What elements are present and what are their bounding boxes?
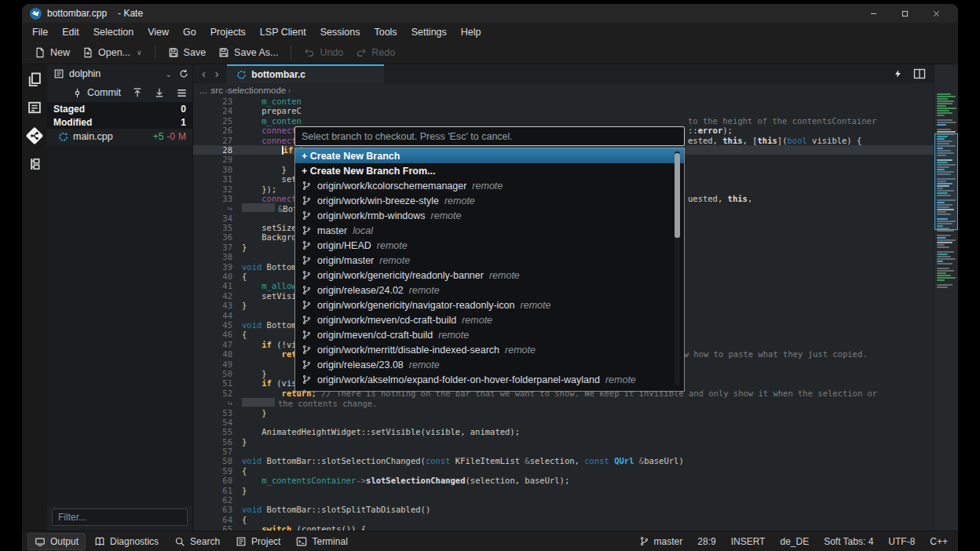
line-number[interactable]: 36 <box>193 232 242 242</box>
line-number[interactable]: 25 <box>193 116 242 126</box>
modified-row[interactable]: Modified 1 <box>47 115 192 129</box>
branch-item[interactable] <box>295 387 684 392</box>
branch-item[interactable]: origin/work/kcolorschememanagerremote <box>295 178 684 193</box>
menu-go[interactable]: Go <box>176 24 203 40</box>
statusbar-output-button[interactable]: Output <box>28 534 85 549</box>
branch-item[interactable]: origin/work/meven/cd-craft-buildremote <box>295 312 684 327</box>
code-line[interactable]: 57 <box>193 447 934 456</box>
line-number[interactable]: 39 <box>193 262 242 272</box>
line-number[interactable]: 28 <box>193 145 242 155</box>
line-number[interactable]: 64 <box>193 515 242 524</box>
status-utf-8[interactable]: UTF-8 <box>884 536 919 547</box>
line-number[interactable]: 42 <box>193 291 242 301</box>
branch-item[interactable]: origin/release/24.02remote <box>295 283 684 297</box>
line-number[interactable]: 59 <box>193 466 242 476</box>
branch-item[interactable]: origin/HEADremote <box>295 238 684 253</box>
line-number[interactable]: 54 <box>193 418 242 427</box>
minimap[interactable] <box>934 64 958 531</box>
line-number[interactable]: 47 <box>193 340 242 349</box>
dock-git-button[interactable] <box>24 126 45 146</box>
undo-button[interactable]: Undo <box>298 44 349 61</box>
code-line[interactable]: 23 m_conten <box>193 97 934 106</box>
line-number[interactable]: 65 <box>193 524 242 531</box>
line-number[interactable]: 32 <box>193 184 242 194</box>
line-number[interactable]: 33 <box>193 194 242 203</box>
dock-symbols-button[interactable] <box>24 97 45 118</box>
code-line[interactable]: 53 } <box>193 408 934 418</box>
menu-selection[interactable]: Selection <box>86 24 141 40</box>
branch-search-input[interactable] <box>294 126 685 146</box>
statusbar-terminal-button[interactable]: Terminal <box>290 534 353 549</box>
line-number[interactable]: 50 <box>193 369 242 378</box>
line-number[interactable]: 51 <box>193 378 242 388</box>
line-number[interactable]: 30 <box>193 165 242 174</box>
branch-item[interactable]: origin/work/merritt/disable-indexed-sear… <box>295 342 684 357</box>
code-line[interactable]: 58void BottomBar::slotSelectionChanged(c… <box>193 456 934 465</box>
commit-button[interactable]: Commit <box>72 87 121 98</box>
menu-tools[interactable]: Tools <box>367 24 404 40</box>
menu-sessions[interactable]: Sessions <box>313 24 368 40</box>
split-view-icon[interactable] <box>913 68 926 80</box>
refresh-icon[interactable] <box>178 68 189 79</box>
titlebar[interactable]: bottombar.cpp - Kate <box>22 4 958 23</box>
breadcrumb-item-src[interactable]: src <box>211 86 223 95</box>
dock-toolview-button[interactable] <box>24 154 45 174</box>
branch-item[interactable]: origin/work/akselmo/expand-folder-on-hov… <box>295 372 684 387</box>
line-number[interactable]: 63 <box>193 505 242 514</box>
code-line[interactable]: 54 <box>193 418 934 427</box>
staged-row[interactable]: Staged 0 <box>47 102 192 115</box>
code-line[interactable]: 62 <box>193 495 934 505</box>
tab-bottombar-cpp[interactable]: bottombar.c <box>227 64 384 83</box>
code-line[interactable]: 64{ <box>193 515 934 524</box>
line-number[interactable]: 40 <box>193 272 242 281</box>
line-number[interactable]: 46 <box>193 330 242 339</box>
save-as-button[interactable]: Save As... <box>212 44 284 61</box>
statusbar-search-button[interactable]: Search <box>168 534 226 549</box>
breadcrumb-ellipsis[interactable]: ... <box>199 86 207 95</box>
code-line[interactable]: 63void BottomBar::slotSplitTabDisabled() <box>193 505 934 514</box>
line-number[interactable]: 24 <box>193 106 242 115</box>
branch-item[interactable]: origin/release/23.08remote <box>295 357 684 372</box>
create-new-branch-from-item[interactable]: + Create New Branch From... <box>295 163 684 178</box>
branch-item[interactable]: origin/work/rmb-windowsremote <box>295 208 684 223</box>
line-number[interactable]: 52 <box>193 389 242 398</box>
code-line[interactable]: 59{ <box>193 466 934 476</box>
minimize-button[interactable] <box>858 5 889 22</box>
filter-input[interactable] <box>52 509 188 526</box>
code-line[interactable]: 61} <box>193 486 934 495</box>
nav-forward-icon[interactable]: › <box>211 68 223 80</box>
line-number[interactable]: 31 <box>193 174 242 184</box>
status-de_de[interactable]: de_DE <box>776 536 813 547</box>
status-c[interactable]: C++ <box>926 536 952 547</box>
redo-button[interactable]: Redo <box>349 44 401 61</box>
create-new-branch-item[interactable]: + Create New Branch <box>295 148 684 163</box>
line-number[interactable]: 49 <box>193 359 242 369</box>
line-number[interactable]: 26 <box>193 126 242 135</box>
pull-icon[interactable] <box>154 87 165 98</box>
branch-item[interactable]: origin/masterremote <box>295 253 684 268</box>
branch-item[interactable]: origin/meven/cd-craft-buildremote <box>295 327 684 342</box>
status-soft-tabs-4[interactable]: Soft Tabs: 4 <box>820 536 877 547</box>
menu-file[interactable]: File <box>25 24 55 40</box>
code-line[interactable]: 55 AnimatedHeightWidget::setVisible(visi… <box>193 427 934 436</box>
branch-item[interactable]: origin/work/genericity/readonly-bannerre… <box>295 268 684 283</box>
nav-back-icon[interactable]: ‹ <box>198 68 210 80</box>
line-number[interactable]: 56 <box>193 437 242 447</box>
wrap-indicator[interactable]: ↪ <box>193 203 242 213</box>
line-number[interactable]: 27 <box>193 136 242 145</box>
branch-item[interactable]: masterlocal <box>295 223 684 238</box>
branch-item[interactable]: origin/work/win-breeze-styleremote <box>295 193 684 208</box>
statusbar-project-button[interactable]: Project <box>229 534 287 549</box>
line-number[interactable]: 57 <box>193 447 242 456</box>
git-tree-area[interactable] <box>47 146 192 505</box>
code-line[interactable]: 56} <box>193 437 934 447</box>
line-number[interactable]: 38 <box>193 252 242 261</box>
line-number[interactable]: 23 <box>193 97 242 106</box>
line-number[interactable]: 60 <box>193 476 242 485</box>
line-number[interactable]: 35 <box>193 223 242 232</box>
line-number[interactable]: 62 <box>193 495 242 505</box>
status-insert[interactable]: INSERT <box>727 536 770 547</box>
line-number[interactable]: 41 <box>193 281 242 290</box>
menu-help[interactable]: Help <box>454 24 488 40</box>
code-line[interactable]: ↪the contents change. <box>193 398 934 407</box>
